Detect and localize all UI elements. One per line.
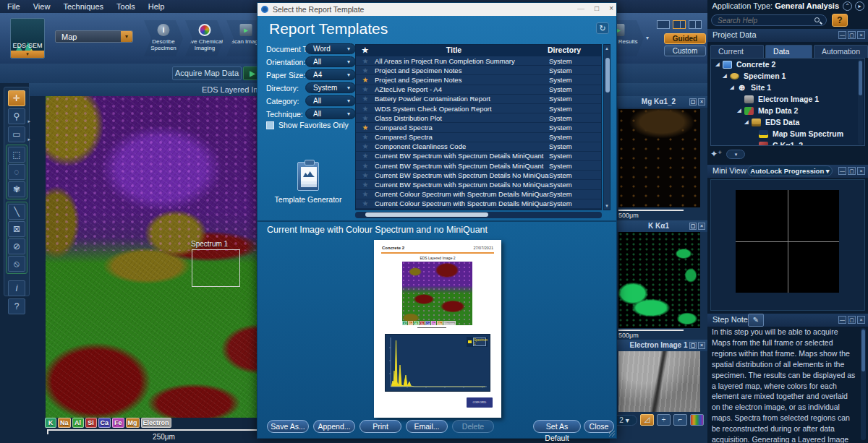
menu-techniques[interactable]: Techniques <box>63 2 103 11</box>
gamma-curve-icon[interactable]: ⌐ <box>673 414 687 426</box>
help-button[interactable]: ? <box>832 14 848 27</box>
table-horizontal-scrollbar[interactable] <box>355 212 602 218</box>
element-badge-al[interactable]: Al <box>72 418 84 428</box>
directory-column-header[interactable]: Directory <box>548 46 581 54</box>
edit-notes-icon[interactable]: ✎ <box>748 314 764 327</box>
favorite-star-icon[interactable]: ★ <box>356 142 375 150</box>
favorite-star-icon[interactable]: ★ <box>356 124 375 132</box>
minimize-icon[interactable]: — <box>838 31 846 39</box>
favorite-column-icon[interactable]: ★ <box>362 46 368 54</box>
favorite-star-icon[interactable]: ★ <box>356 181 375 189</box>
favorite-star-icon[interactable]: ★ <box>356 57 375 65</box>
point-tool-icon[interactable]: ╲ <box>8 204 25 220</box>
close-icon[interactable]: × <box>857 316 865 324</box>
layout-split-icon[interactable] <box>673 20 686 29</box>
rectangle-region-tool-icon[interactable]: ⬚ <box>8 147 25 163</box>
thumbnail-header-k[interactable]: K Kα1 ▢× <box>610 220 707 232</box>
scrollbar-thumb[interactable] <box>365 212 488 217</box>
technique-tile-eds-sem[interactable]: EDS-SEM ▾ <box>10 18 45 59</box>
close-icon[interactable]: × <box>857 31 865 39</box>
minimize-icon[interactable]: — <box>577 4 584 12</box>
tree-item-eds-data[interactable]: ◢EDS Data <box>711 116 864 128</box>
levels-icon[interactable]: ◿ <box>640 414 654 426</box>
search-input[interactable] <box>711 14 827 26</box>
resize-grip[interactable] <box>609 431 615 436</box>
thumbnail-header-electron[interactable]: Electron Image 1 ▢× <box>610 340 707 351</box>
play-button[interactable]: ▸ <box>855 1 864 11</box>
element-badge-si[interactable]: Si <box>85 418 97 428</box>
menu-file[interactable]: File <box>7 2 20 11</box>
acquire-map-data-button[interactable]: Acquire Map Data <box>172 66 242 80</box>
element-badge-ca[interactable]: Ca <box>98 418 111 428</box>
favorite-star-icon[interactable]: ★ <box>356 162 375 170</box>
template-row[interactable]: ★Current BW Spectrum with Spectrum Detai… <box>356 152 601 161</box>
element-badge-electron[interactable]: Electron <box>141 418 171 428</box>
workflow-step-live-chemical-imaging[interactable]: Live Chemical Imaging <box>185 20 224 56</box>
print-button[interactable]: Print <box>359 420 401 433</box>
flyout-arrow-icon[interactable]: ▸ <box>27 132 30 147</box>
close-icon[interactable]: × <box>698 342 705 349</box>
spectrum-region-marker[interactable]: Spectrum 1 <box>192 249 240 287</box>
custom-button[interactable]: Custom <box>664 46 706 56</box>
tab-automation[interactable]: Automation <box>814 45 868 58</box>
scroll-up-icon[interactable]: ▴ <box>604 46 610 51</box>
tree-scrollbar[interactable] <box>858 59 863 145</box>
favorite-star-icon[interactable]: ★ <box>356 85 375 93</box>
template-row[interactable]: ★Battery Powder Contamination ReportSyst… <box>356 95 601 104</box>
template-row[interactable]: ★Compared SpectraSystem <box>356 123 601 132</box>
workflow-step-describe-specimen[interactable]: i Describe Specimen <box>144 20 183 56</box>
set-as-default-button[interactable]: Set As Default <box>533 420 581 433</box>
template-row[interactable]: ★Current BW Spectrum with Spectrum Detai… <box>356 180 601 189</box>
favorite-star-icon[interactable]: ★ <box>356 114 375 122</box>
template-row[interactable]: ★Current BW Spectrum with Spectrum Detai… <box>356 171 601 180</box>
filter-dropdown[interactable]: Word▾ <box>305 43 356 54</box>
menu-help[interactable]: Help <box>148 2 165 11</box>
template-row[interactable]: ★AZtecLive Report - A4System <box>356 85 601 95</box>
technique-dropdown-arrow[interactable]: ▾ <box>11 51 44 58</box>
collapse-chevron-button[interactable]: ⌃ <box>843 1 852 11</box>
electron-image-thumbnail[interactable] <box>618 351 700 412</box>
expander-icon[interactable]: ◢ <box>714 61 721 67</box>
template-row[interactable]: ★Compared SpectraSystem <box>356 133 601 142</box>
notes-scrollbar[interactable] <box>861 328 866 440</box>
expand-icon[interactable]: ▢ <box>689 223 697 230</box>
refresh-icon[interactable]: ↻ <box>596 22 609 34</box>
workflow-overflow-arrow[interactable]: ▾ <box>646 35 649 41</box>
filter-dropdown[interactable]: System▾ <box>305 82 356 93</box>
dialog-title-bar[interactable]: Select the Report Template — □ × <box>258 3 616 16</box>
info-tool-icon[interactable]: i <box>8 280 25 296</box>
freehand-region-tool-icon[interactable]: ✾ <box>8 181 25 197</box>
favorite-star-icon[interactable]: ★ <box>356 95 375 103</box>
color-lut-icon[interactable] <box>690 414 704 426</box>
template-generator-icon[interactable] <box>297 162 319 191</box>
scrollbar-thumb[interactable] <box>605 58 610 93</box>
expander-icon[interactable]: ◢ <box>721 73 728 79</box>
thumbnail-header-mg[interactable]: Mg Kα1_2 ▢× <box>610 96 707 108</box>
remove-rectangle-tool-icon[interactable]: ⊠ <box>8 221 25 237</box>
table-vertical-scrollbar[interactable]: ▴ ▾ <box>603 44 610 210</box>
favorite-star-icon[interactable]: ★ <box>356 105 375 113</box>
guided-button[interactable]: Guided <box>664 33 706 44</box>
template-row[interactable]: ★WDS System Check Operation ReportSystem <box>356 104 601 113</box>
autolock-progression-image[interactable] <box>736 190 839 293</box>
mini-view-dropdown[interactable]: AutoLock Progression ▾ <box>747 165 833 176</box>
expander-icon[interactable]: ◢ <box>736 108 743 113</box>
favorite-star-icon[interactable]: ★ <box>356 76 375 84</box>
ellipse-region-tool-icon[interactable]: ◌ <box>8 164 25 180</box>
layout-single-icon[interactable] <box>657 20 670 29</box>
expand-icon[interactable]: ▢ <box>848 31 856 39</box>
scroll-down-icon[interactable]: ▾ <box>604 203 610 209</box>
autolayer-wand-icon[interactable]: ✦⁺ <box>710 149 722 159</box>
search-icon[interactable] <box>814 17 820 22</box>
tree-item-site-1[interactable]: ◢⊕Site 1 <box>711 82 864 93</box>
layout-grid-icon[interactable] <box>689 20 702 29</box>
pan-tool-icon[interactable]: ✛ <box>8 90 25 106</box>
template-row[interactable]: ★All Areas in Project Run Completion Sum… <box>356 56 601 66</box>
title-column-header[interactable]: Title <box>376 46 532 54</box>
marker-tool-icon[interactable]: ⚲▸ <box>8 108 25 124</box>
tree-item-specimen-1[interactable]: ◢Specimen 1 <box>711 70 864 82</box>
template-row[interactable]: ★Current BW Spectrum with Spectrum Detai… <box>356 161 601 171</box>
tree-item-c-k-1-2[interactable]: C Kα1_2 <box>711 139 864 146</box>
close-icon[interactable]: × <box>857 167 865 175</box>
show-favorites-checkbox[interactable] <box>266 121 274 129</box>
